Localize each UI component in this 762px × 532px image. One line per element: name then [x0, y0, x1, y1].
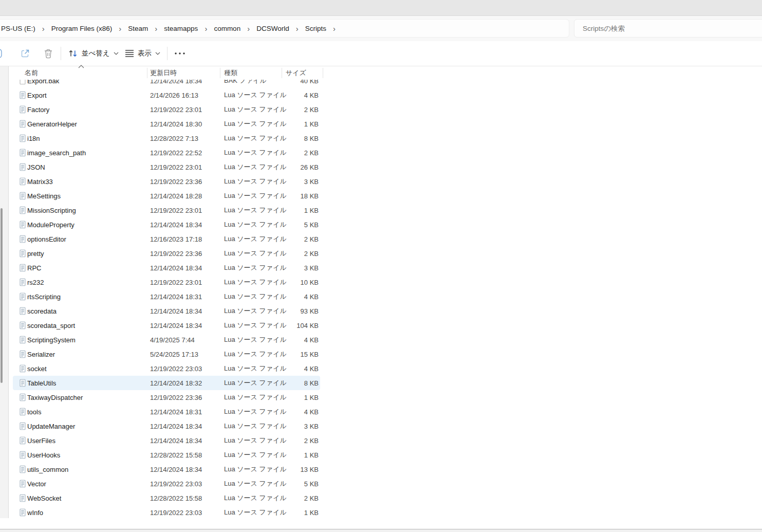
lua-file-icon — [18, 278, 27, 286]
file-row[interactable]: UserHooks 12/28/2022 15:58 Lua ソース ファイル … — [9, 448, 348, 462]
file-row[interactable]: UserFiles 12/14/2024 18:34 Lua ソース ファイル … — [9, 433, 348, 448]
file-row[interactable]: TableUtils 12/14/2024 18:32 Lua ソース ファイル… — [9, 376, 348, 390]
list-column-headers: 名前 更新日時 種類 サイズ — [9, 66, 762, 80]
file-row[interactable]: ModuleProperty 12/14/2024 18:34 Lua ソース … — [9, 217, 348, 232]
lua-file-icon — [18, 422, 27, 430]
file-name: TableUtils — [27, 376, 56, 390]
view-label: 表示 — [138, 49, 152, 58]
file-row[interactable]: JSON 12/19/2022 23:01 Lua ソース ファイル 26 KB — [9, 160, 348, 174]
file-row[interactable]: optionsEditor 12/16/2023 17:18 Lua ソース フ… — [9, 232, 348, 246]
breadcrumb-item[interactable]: Program Files (x86) — [50, 23, 114, 34]
view-button[interactable]: 表示 — [125, 41, 160, 66]
file-name: image_search_path — [27, 145, 86, 160]
file-row[interactable]: GeneratorHelper 12/14/2024 18:30 Lua ソース… — [9, 117, 348, 131]
file-row[interactable]: Serializer 5/24/2025 17:13 Lua ソース ファイル … — [9, 347, 348, 361]
file-row[interactable]: rs232 12/19/2022 23:01 Lua ソース ファイル 10 K… — [9, 275, 348, 289]
file-row[interactable]: Vector 12/19/2022 23:03 Lua ソース ファイル 5 K… — [9, 476, 348, 491]
file-name: Matrix33 — [27, 174, 53, 189]
file-size: 93 KB — [250, 304, 319, 318]
share-button[interactable] — [20, 41, 30, 66]
column-divider[interactable] — [147, 68, 147, 78]
file-modified: 12/19/2022 23:36 — [150, 246, 202, 261]
breadcrumb-chevron-icon[interactable]: › — [327, 25, 341, 32]
column-header-modified[interactable]: 更新日時 — [150, 66, 177, 80]
breadcrumb-chevron-icon[interactable]: › — [290, 25, 304, 32]
chevron-down-icon — [155, 52, 160, 55]
lua-file-icon — [18, 105, 27, 114]
clipped-toolbar-icon[interactable] — [0, 41, 4, 66]
search-box[interactable] — [574, 19, 762, 38]
lua-file-icon — [18, 494, 27, 502]
breadcrumb-chevron-icon[interactable]: › — [113, 25, 127, 32]
breadcrumb-chevron-icon[interactable]: › — [199, 25, 213, 32]
sort-label: 並べ替え — [82, 49, 110, 58]
file-row[interactable]: image_search_path 12/19/2022 22:52 Lua ソ… — [9, 145, 348, 160]
file-modified: 12/19/2022 23:01 — [150, 203, 202, 217]
file-row[interactable]: RPC 12/14/2024 18:34 Lua ソース ファイル 3 KB — [9, 261, 348, 275]
file-row[interactable]: Matrix33 12/19/2022 23:36 Lua ソース ファイル 3… — [9, 174, 348, 189]
column-header-name[interactable]: 名前 — [25, 66, 38, 80]
file-row[interactable]: scoredata 12/14/2024 18:34 Lua ソース ファイル … — [9, 304, 348, 318]
command-toolbar: 並べ替え 表示 — [0, 41, 762, 66]
file-row[interactable]: Factory 12/19/2022 23:01 Lua ソース ファイル 2 … — [9, 102, 348, 117]
file-size: 4 KB — [250, 289, 319, 304]
file-row[interactable]: Export 2/14/2026 16:13 Lua ソース ファイル 4 KB — [9, 88, 348, 102]
breadcrumb-item[interactable]: PS-US (E:) — [0, 23, 36, 34]
lua-file-icon — [18, 235, 27, 243]
file-row[interactable]: UpdateManager 12/14/2024 18:34 Lua ソース フ… — [9, 419, 348, 433]
file-row[interactable]: WebSocket 12/28/2022 15:58 Lua ソース ファイル … — [9, 491, 348, 505]
file-name: Serializer — [27, 347, 55, 361]
file-size: 1 KB — [250, 117, 319, 131]
file-size: 4 KB — [250, 361, 319, 376]
column-header-size[interactable]: サイズ — [286, 66, 306, 80]
file-row[interactable]: scoredata_sport 12/14/2024 18:34 Lua ソース… — [9, 318, 348, 333]
file-name: pretty — [27, 246, 44, 261]
share-icon — [20, 48, 30, 59]
file-size: 5 KB — [250, 476, 319, 491]
file-modified: 12/14/2024 18:31 — [150, 289, 202, 304]
file-modified: 12/19/2022 23:36 — [150, 390, 202, 405]
column-header-type[interactable]: 種類 — [224, 66, 237, 80]
file-size: 1 KB — [250, 390, 319, 405]
file-row[interactable]: socket 12/19/2022 23:03 Lua ソース ファイル 4 K… — [9, 361, 348, 376]
breadcrumb-item[interactable]: common — [213, 23, 241, 34]
breadcrumb-chevron-icon[interactable]: › — [149, 25, 163, 32]
breadcrumb-item[interactable]: steamapps — [163, 23, 199, 34]
lua-file-icon — [18, 508, 27, 517]
file-row[interactable]: ScriptingSystem 4/19/2025 7:44 Lua ソース フ… — [9, 333, 348, 347]
address-bar: PS-US (E:)›Program Files (x86)›Steam›ste… — [0, 16, 762, 41]
left-scrollbar-track[interactable] — [0, 66, 9, 518]
breadcrumb-item[interactable]: DCSWorld — [255, 23, 290, 34]
delete-button[interactable] — [44, 41, 53, 66]
file-row[interactable]: i18n 12/28/2022 7:13 Lua ソース ファイル 8 KB — [9, 131, 348, 145]
breadcrumb-item[interactable]: Steam — [127, 23, 149, 34]
column-divider[interactable] — [323, 68, 323, 78]
file-row[interactable]: MissionScripting 12/19/2022 23:01 Lua ソー… — [9, 203, 348, 217]
file-name: UpdateManager — [27, 419, 75, 433]
search-input[interactable] — [574, 24, 753, 33]
breadcrumb-chevron-icon[interactable]: › — [36, 25, 50, 32]
scrollbar-thumb[interactable] — [1, 208, 3, 383]
file-row[interactable]: MeSettings 12/14/2024 18:28 Lua ソース ファイル… — [9, 189, 348, 203]
toolbar-divider — [61, 47, 61, 60]
file-row[interactable]: utils_common 12/14/2024 18:34 Lua ソース ファ… — [9, 462, 348, 476]
lua-file-icon — [18, 336, 27, 344]
file-size: 2 KB — [250, 246, 319, 261]
file-row[interactable]: TaxiwayDispatcher 12/19/2022 23:36 Lua ソ… — [9, 390, 348, 405]
lua-file-icon — [18, 436, 27, 445]
sort-button[interactable]: 並べ替え — [68, 41, 119, 66]
file-name: ScriptingSystem — [27, 333, 76, 347]
column-divider[interactable] — [282, 68, 282, 78]
breadcrumb-chevron-icon[interactable]: › — [241, 25, 255, 32]
file-row[interactable]: pretty 12/19/2022 23:36 Lua ソース ファイル 2 K… — [9, 246, 348, 261]
titlebar-strip — [0, 0, 762, 16]
more-options-button[interactable] — [174, 41, 186, 66]
file-row[interactable]: rtsScripting 12/14/2024 18:31 Lua ソース ファ… — [9, 289, 348, 304]
breadcrumb-item[interactable]: Scripts — [304, 23, 327, 34]
file-name: scoredata — [27, 304, 57, 318]
file-row[interactable]: tools 12/14/2024 18:31 Lua ソース ファイル 4 KB — [9, 405, 348, 419]
file-size: 1 KB — [250, 505, 319, 520]
column-divider[interactable] — [220, 68, 220, 78]
file-row[interactable]: wInfo 12/19/2022 23:03 Lua ソース ファイル 1 KB — [9, 505, 348, 520]
lua-file-icon — [18, 292, 27, 301]
